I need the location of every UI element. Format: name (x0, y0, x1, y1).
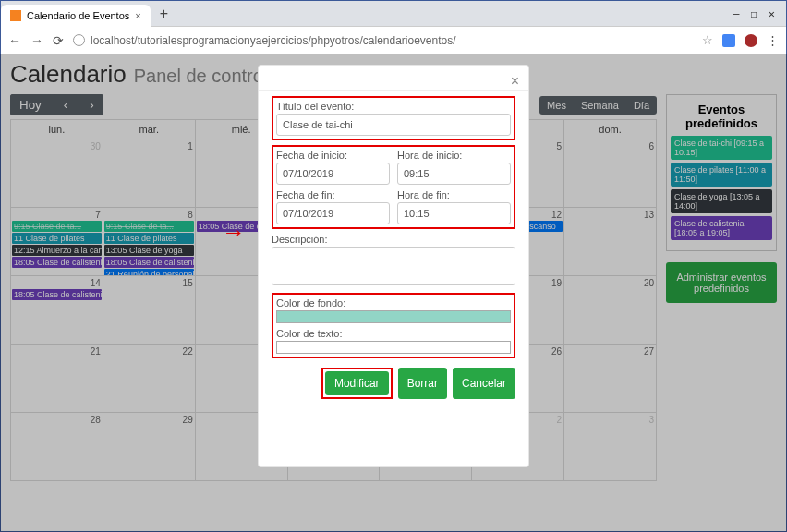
forward-icon[interactable]: → (30, 33, 43, 48)
end-date-label: Fecha de fin: (276, 189, 390, 200)
modal-overlay: × Título del evento: Fecha de inicio: Ho… (0, 54, 787, 532)
minimize-icon[interactable]: — (733, 7, 739, 20)
desc-label: Descripción: (272, 234, 515, 245)
url-box[interactable]: i localhost/tutorialesprogramacionyaejer… (73, 34, 693, 47)
favicon (10, 10, 21, 21)
address-bar: ← → ⟳ i localhost/tutorialesprogramacion… (1, 27, 786, 54)
desc-textarea[interactable] (272, 247, 515, 285)
modify-button[interactable]: Modificar (325, 371, 389, 395)
new-tab-button[interactable]: + (151, 6, 177, 22)
delete-button[interactable]: Borrar (398, 368, 447, 399)
reload-icon[interactable]: ⟳ (53, 33, 64, 48)
site-info-icon[interactable]: i (73, 34, 85, 46)
end-time-input[interactable] (397, 202, 511, 224)
browser-tab[interactable]: Calendario de Eventos × (1, 5, 151, 27)
window-controls: — ☐ ✕ (733, 7, 786, 20)
end-date-input[interactable] (276, 202, 390, 224)
start-time-label: Hora de inicio: (397, 150, 511, 161)
title-label: Título del evento: (276, 101, 511, 112)
avatar-icon[interactable] (745, 34, 757, 47)
bg-color-label: Color de fondo: (276, 297, 511, 308)
back-icon[interactable]: ← (8, 33, 21, 48)
extension-icon[interactable] (722, 34, 735, 47)
bg-color-input[interactable] (276, 310, 511, 323)
cancel-button[interactable]: Cancelar (453, 368, 515, 399)
browser-tab-bar: Calendario de Eventos × + — ☐ ✕ (1, 1, 786, 27)
start-time-input[interactable] (397, 163, 511, 185)
url-text: localhost/tutorialesprogramacionyaejerci… (91, 34, 456, 47)
star-icon[interactable]: ☆ (702, 33, 713, 47)
text-color-label: Color de texto: (276, 328, 511, 339)
maximize-icon[interactable]: ☐ (751, 7, 757, 20)
menu-icon[interactable]: ⋮ (767, 33, 779, 47)
tab-title: Calendario de Eventos (27, 10, 129, 21)
close-icon[interactable]: × (511, 73, 519, 90)
close-window-icon[interactable]: ✕ (769, 7, 775, 20)
close-tab-icon[interactable]: × (135, 10, 140, 21)
start-date-label: Fecha de inicio: (276, 150, 390, 161)
start-date-input[interactable] (276, 163, 390, 185)
end-time-label: Hora de fin: (397, 189, 511, 200)
event-modal: × Título del evento: Fecha de inicio: Ho… (258, 65, 529, 467)
title-input[interactable] (276, 114, 511, 136)
text-color-input[interactable] (276, 341, 511, 354)
